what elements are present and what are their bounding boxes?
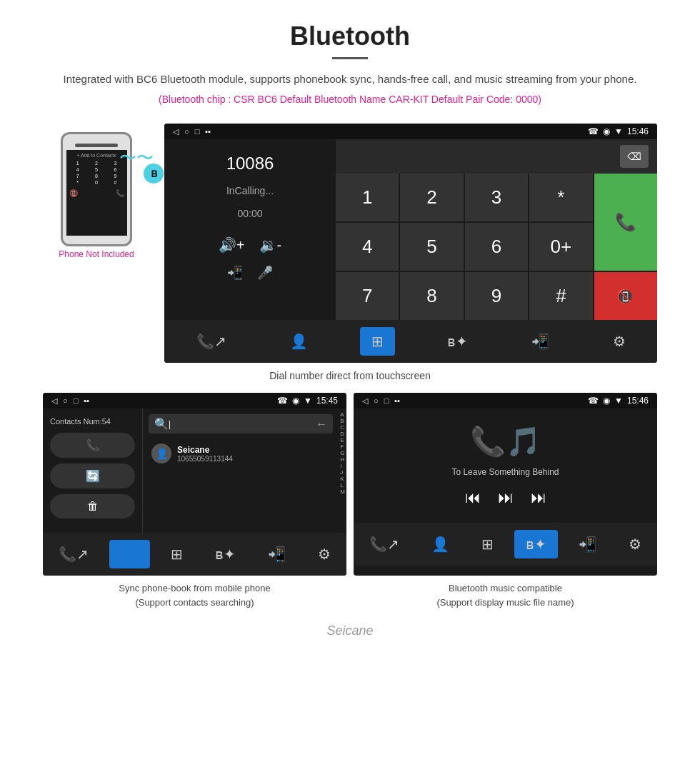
call-time-display: 00:00 [176, 208, 324, 219]
back-arrow-icon: ← [316, 418, 327, 431]
music-nav-bar: 📞↗ 👤 ⊞ ʙ✦ 📲 ⚙ [354, 523, 657, 566]
recent-icon: □ [195, 127, 200, 136]
music-nav-bt[interactable]: ʙ✦ [514, 530, 558, 558]
music-wifi-icon: ▼ [614, 396, 623, 406]
bottom-nav-bar: 📞↗ 👤 ⊞ ʙ✦ 📲 ⚙ [164, 320, 657, 363]
music-nav-settings[interactable]: ⚙ [617, 530, 653, 558]
status-bar-left: ◁ ○ □ ▪▪ [173, 127, 211, 136]
title-underline [332, 57, 368, 59]
music-status-bar: ◁ ○ □ ▪▪ ☎ ◉ ▼ 15:46 [354, 393, 657, 408]
left-bottom-controls: 📲 🎤 [176, 265, 324, 281]
page-wrapper: Bluetooth Integrated with BC6 Bluetooth … [0, 0, 700, 638]
phone-transfer-button[interactable]: 📲 [227, 265, 243, 281]
music-play-button[interactable]: ⏭ [498, 488, 514, 507]
contacts-nav-contacts[interactable]: 👤 [109, 540, 150, 568]
bluetooth-specs: (Bluetooth chip : CSR BC6 Default Blueto… [14, 94, 686, 105]
music-call-icon: ☎ [588, 396, 599, 406]
contacts-call-icon: ☎ [277, 396, 288, 406]
music-song-title: To Leave Something Behind [451, 467, 559, 477]
contacts-home-icon: ○ [63, 396, 68, 405]
key-5[interactable]: 5 [400, 223, 463, 271]
contacts-nav-call[interactable]: 📞↗ [47, 540, 100, 568]
music-caption: Bluetooth music compatible (Support disp… [354, 581, 657, 609]
contacts-nav-transfer[interactable]: 📲 [256, 540, 297, 568]
contacts-search-input[interactable] [169, 419, 316, 429]
mute-button[interactable]: 🎤 [257, 265, 273, 281]
bluetooth-icon: ʙ [144, 164, 164, 184]
volume-down-button[interactable]: 🔉- [259, 236, 282, 254]
volume-up-button[interactable]: 🔊+ [219, 236, 245, 254]
location-icon: ◉ [603, 126, 610, 136]
dial-screen-caption: Dial number direct from touchscreen [0, 370, 700, 381]
nav-bluetooth-button[interactable]: ʙ✦ [436, 327, 479, 356]
nav-contacts-button[interactable]: 👤 [279, 327, 319, 356]
contacts-nav-bar: 📞↗ 👤 ⊞ ʙ✦ 📲 ⚙ [43, 533, 346, 576]
contacts-sidebar: Contacts Num:54 📞 🔄 🗑 [43, 408, 143, 533]
contacts-time: 15:45 [316, 396, 338, 406]
music-back-icon: ◁ [362, 396, 368, 406]
status-bar-right: ☎ ◉ ▼ 15:46 [588, 126, 649, 136]
contact-number: 10655059113144 [177, 455, 233, 463]
music-playback-controls: ⏮ ⏭ ⏭ [465, 488, 546, 507]
music-recent-icon: □ [384, 396, 389, 405]
contact-list-item[interactable]: 👤 Seicane 10655059113144 [149, 439, 333, 468]
key-6[interactable]: 6 [465, 223, 528, 271]
music-status-right: ☎ ◉ ▼ 15:46 [588, 396, 649, 406]
contact-name: Seicane [177, 445, 233, 455]
call-button[interactable]: 📞 [594, 174, 657, 271]
backspace-button[interactable]: ⌫ [620, 145, 649, 168]
contacts-nav-settings[interactable]: ⚙ [306, 540, 342, 568]
music-caption-line1: Bluetooth music compatible [449, 583, 562, 593]
key-2[interactable]: 2 [400, 174, 463, 221]
key-7[interactable]: 7 [336, 272, 399, 320]
music-nav-dial[interactable]: ⊞ [470, 530, 505, 558]
contacts-sync-btn[interactable]: 🔄 [50, 463, 135, 488]
key-8[interactable]: 8 [400, 272, 463, 320]
bottom-captions: Sync phone-book from mobile phone (Suppo… [0, 581, 700, 609]
key-1[interactable]: 1 [336, 174, 399, 221]
bottom-screens: ◁ ○ □ ▪▪ ☎ ◉ ▼ 15:45 Contacts Num:54 📞 🔄 [0, 393, 700, 576]
keypad-grid: 1 2 3 * 📞 4 5 6 0+ 7 8 9 # 📵 [336, 174, 657, 320]
key-0plus[interactable]: 0+ [529, 223, 592, 271]
nav-dialpad-button[interactable]: ⊞ [360, 327, 395, 356]
contacts-status-bar: ◁ ○ □ ▪▪ ☎ ◉ ▼ 15:45 [43, 393, 346, 408]
contacts-screen: ◁ ○ □ ▪▪ ☎ ◉ ▼ 15:45 Contacts Num:54 📞 🔄 [43, 393, 346, 576]
dial-left-panel: 10086 InCalling... 00:00 🔊+ 🔉- 📲 🎤 [164, 139, 336, 320]
music-loc-icon: ◉ [603, 396, 610, 406]
contacts-status-left: ◁ ○ □ ▪▪ [51, 396, 89, 406]
music-nav-transfer[interactable]: 📲 [567, 530, 608, 558]
music-nav-call[interactable]: 📞↗ [358, 530, 411, 558]
call-icon: ☎ [588, 126, 599, 136]
key-4[interactable]: 4 [336, 223, 399, 271]
music-next-button[interactable]: ⏭ [531, 488, 546, 507]
page-description: Integrated with BC6 Bluetooth module, su… [14, 71, 686, 88]
contacts-count: Contacts Num:54 [50, 417, 135, 426]
nav-call-log-button[interactable]: 📞↗ [185, 327, 238, 356]
key-3[interactable]: 3 [465, 174, 528, 221]
contacts-delete-btn[interactable]: 🗑 [50, 494, 135, 518]
contacts-loc-icon: ◉ [292, 396, 299, 406]
contacts-caption-line2: (Support contacts searching) [135, 597, 254, 608]
key-hash[interactable]: # [529, 272, 592, 320]
contacts-nav-dial[interactable]: ⊞ [159, 540, 194, 568]
music-home-icon: ○ [374, 396, 379, 405]
phone-not-included-label: Phone Not Included [36, 249, 157, 259]
music-screen: ◁ ○ □ ▪▪ ☎ ◉ ▼ 15:46 📞🎵 To Leave Somethi… [354, 393, 657, 576]
end-call-button[interactable]: 📵 [594, 272, 657, 320]
contacts-call-btn[interactable]: 📞 [50, 433, 135, 458]
contact-avatar: 👤 [151, 443, 171, 463]
contact-info: Seicane 10655059113144 [177, 445, 233, 463]
time-display: 15:46 [627, 126, 649, 136]
nav-transfer-button[interactable]: 📲 [520, 327, 561, 356]
notif-icon: ▪▪ [205, 127, 211, 136]
dial-screen: 10086 InCalling... 00:00 🔊+ 🔉- 📲 🎤 [164, 139, 657, 320]
music-nav-contacts[interactable]: 👤 [420, 530, 461, 558]
dial-android-screen: ◁ ○ □ ▪▪ ☎ ◉ ▼ 15:46 10086 InCalling... [164, 124, 657, 363]
contacts-nav-bt[interactable]: ʙ✦ [204, 540, 247, 568]
key-9[interactable]: 9 [465, 272, 528, 320]
contacts-recent-icon: □ [74, 396, 79, 405]
key-star[interactable]: * [529, 174, 592, 221]
volume-controls: 🔊+ 🔉- [176, 236, 324, 254]
nav-settings-button[interactable]: ⚙ [601, 327, 637, 356]
music-prev-button[interactable]: ⏮ [465, 488, 481, 507]
